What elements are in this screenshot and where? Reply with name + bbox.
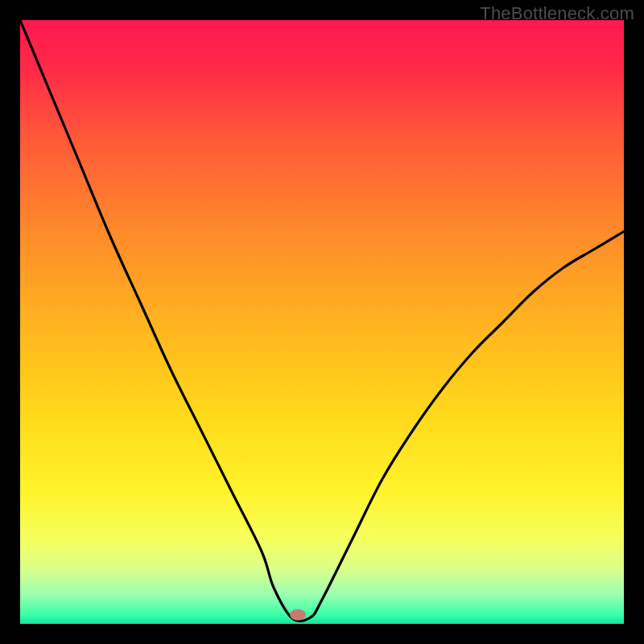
chart-frame: TheBottleneck.com (0, 0, 644, 644)
watermark-text: TheBottleneck.com (480, 3, 634, 24)
plot-area (20, 20, 624, 624)
optimal-point-marker (290, 609, 306, 621)
bottleneck-chart (20, 20, 624, 624)
gradient-background (20, 20, 624, 624)
